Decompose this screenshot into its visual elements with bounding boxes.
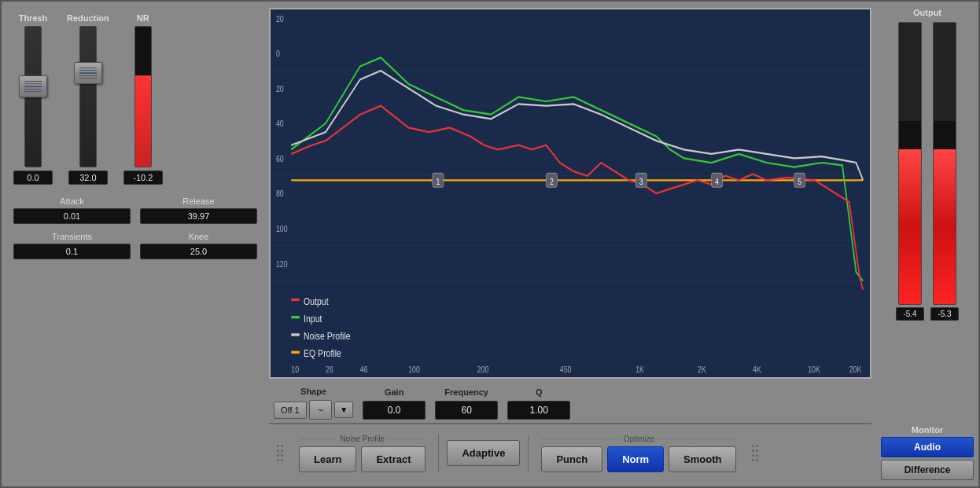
left-grip [274, 445, 286, 461]
svg-text:4: 4 [715, 177, 719, 186]
svg-rect-41 [291, 316, 300, 318]
shape-type-button[interactable]: ~ [309, 400, 333, 420]
audio-button[interactable]: Audio [881, 437, 974, 457]
nr-value[interactable]: -10.2 [123, 171, 163, 185]
attack-label: Attack [13, 196, 131, 206]
meter1-track [898, 22, 922, 305]
svg-rect-39 [291, 299, 300, 301]
svg-text:EQ Profile: EQ Profile [304, 347, 341, 360]
meter2-red [934, 149, 956, 304]
svg-text:2K: 2K [698, 365, 706, 374]
svg-text:1K: 1K [636, 365, 644, 374]
svg-text:46: 46 [360, 365, 368, 374]
svg-text:10K: 10K [808, 365, 820, 374]
svg-text:Input: Input [304, 313, 322, 325]
svg-text:4K: 4K [753, 365, 761, 374]
difference-button[interactable]: Difference [881, 460, 974, 480]
bottom-panel: Noise Profile Learn Extract Adaptive Opt… [269, 423, 871, 482]
svg-rect-0 [271, 9, 870, 377]
svg-text:3: 3 [639, 177, 643, 186]
svg-rect-45 [291, 351, 300, 354]
svg-text:26: 26 [326, 365, 333, 374]
noise-profile-section-label: Noise Profile [340, 435, 385, 443]
right-panel: Output -5.4 -5.3 Monitor Audio [876, 2, 978, 486]
optimize-buttons: Punch Norm Smooth [541, 446, 736, 472]
meter2-track [933, 22, 956, 305]
chart-container[interactable]: 20 0 20 40 60 80 100 120 10 26 46 100 20… [269, 8, 871, 379]
svg-text:80: 80 [276, 189, 284, 198]
main-container: Thresh 0.0 Reduction [0, 0, 980, 488]
svg-text:20: 20 [276, 84, 284, 94]
attack-release-grid: Attack 0.01 Release 39.97 [13, 196, 257, 224]
shape-dropdown-button[interactable]: ▼ [334, 402, 353, 418]
attack-value[interactable]: 0.01 [13, 208, 131, 224]
nr-track[interactable] [134, 26, 152, 167]
sliders-section: Thresh 0.0 Reduction [13, 9, 257, 189]
knee-label: Knee [140, 232, 257, 241]
thresh-value[interactable]: 0.0 [13, 171, 53, 185]
norm-button[interactable]: Norm [607, 446, 664, 472]
punch-button[interactable]: Punch [541, 446, 602, 472]
svg-text:2: 2 [550, 177, 554, 186]
svg-text:120: 120 [276, 259, 288, 269]
shape-controls: Off 1 ~ ▼ [274, 400, 353, 420]
left-panel: Thresh 0.0 Reduction [2, 2, 269, 486]
meter1-value: -5.4 [896, 307, 924, 321]
meter1-dark [899, 23, 921, 121]
thresh-track[interactable] [24, 26, 42, 167]
reduction-thumb[interactable] [74, 62, 102, 84]
svg-text:20K: 20K [849, 365, 862, 374]
adaptive-button[interactable]: Adaptive [447, 440, 520, 466]
svg-text:Noise Profile: Noise Profile [304, 330, 351, 343]
frequency-section: Frequency 60 [435, 387, 498, 420]
svg-text:20: 20 [276, 14, 284, 24]
svg-text:200: 200 [477, 365, 489, 374]
thresh-slider-group: Thresh 0.0 [13, 13, 53, 185]
meter1-red [899, 149, 921, 304]
reduction-slider-group: Reduction 32.0 [67, 13, 109, 185]
svg-text:100: 100 [276, 224, 288, 233]
noise-profile-buttons: Learn Extract [299, 446, 426, 472]
transients-value[interactable]: 0.1 [13, 244, 131, 259]
shape-label: Shape [300, 387, 326, 396]
q-value[interactable]: 1.00 [507, 401, 570, 420]
monitor-section: Monitor Audio Difference [881, 425, 974, 480]
frequency-value[interactable]: 60 [435, 401, 498, 420]
monitor-label: Monitor [881, 425, 974, 435]
gain-value[interactable]: 0.0 [363, 401, 426, 420]
release-group: Release 39.97 [140, 196, 257, 224]
svg-text:10: 10 [291, 365, 299, 374]
extract-button[interactable]: Extract [361, 446, 426, 472]
nr-slider-group: NR -10.2 [123, 13, 163, 185]
reduction-track[interactable] [79, 26, 97, 167]
transients-label: Transients [13, 232, 131, 241]
learn-button[interactable]: Learn [299, 446, 356, 472]
transients-knee-grid: Transients 0.1 Knee 25.0 [13, 232, 257, 259]
optimize-section-label: Optimize [624, 435, 654, 443]
output-meters: -5.4 -5.3 [881, 22, 974, 420]
meter1-container: -5.4 [896, 22, 924, 420]
q-section: Q 1.00 [507, 387, 570, 420]
svg-text:60: 60 [276, 154, 284, 163]
thresh-label: Thresh [19, 13, 48, 23]
attack-group: Attack 0.01 [13, 196, 131, 224]
thresh-thumb[interactable] [19, 75, 47, 97]
reduction-value[interactable]: 32.0 [68, 171, 108, 185]
band-select-button[interactable]: Off 1 [274, 402, 307, 419]
smooth-button[interactable]: Smooth [669, 446, 736, 472]
right-grip [749, 445, 761, 461]
release-value[interactable]: 39.97 [140, 208, 257, 224]
svg-rect-43 [291, 333, 300, 336]
knee-value[interactable]: 25.0 [140, 244, 257, 259]
svg-text:1: 1 [436, 177, 440, 186]
spectrum-chart: 20 0 20 40 60 80 100 120 10 26 46 100 20… [271, 9, 870, 377]
transients-group: Transients 0.1 [13, 232, 131, 259]
nr-label: NR [137, 13, 149, 23]
q-label: Q [536, 387, 543, 397]
knee-group: Knee 25.0 [140, 232, 257, 259]
svg-text:450: 450 [560, 365, 572, 374]
shape-section: Shape Off 1 ~ ▼ [274, 387, 353, 420]
svg-text:0: 0 [276, 49, 280, 58]
frequency-label: Frequency [444, 387, 488, 397]
svg-text:40: 40 [276, 119, 284, 128]
